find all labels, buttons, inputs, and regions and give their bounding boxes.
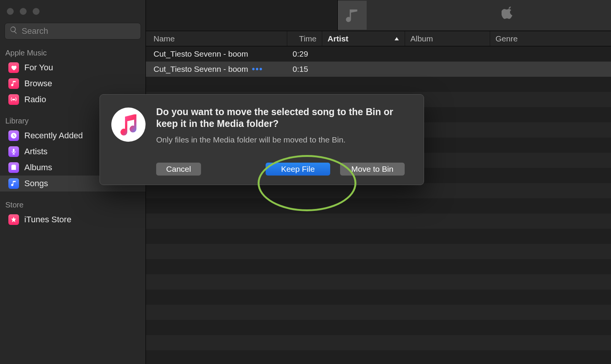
- track-name: Cut_Tiesto Sevenn - boom: [154, 65, 248, 74]
- sidebar-item-label: Browse: [24, 79, 52, 89]
- minimize-window-dot[interactable]: [20, 8, 27, 15]
- column-header-album[interactable]: Album: [405, 31, 490, 46]
- sort-ascending-icon: [394, 34, 399, 43]
- column-header-label: Time: [299, 34, 317, 43]
- delete-song-dialog: Do you want to move the selected song to…: [100, 94, 424, 185]
- search-placeholder: Search: [22, 26, 48, 36]
- music-note-icon: [8, 78, 19, 89]
- clock-icon: [8, 130, 19, 141]
- search-input[interactable]: Search: [5, 23, 141, 40]
- track-time: 0:15: [287, 65, 322, 74]
- sidebar-item-label: Albums: [24, 163, 52, 173]
- cancel-button[interactable]: Cancel: [156, 163, 201, 176]
- column-header-label: Genre: [495, 34, 518, 43]
- sidebar-item-label: Radio: [24, 95, 46, 104]
- dialog-title: Do you want to move the selected song to…: [156, 106, 412, 130]
- sidebar-item-itunes-store[interactable]: iTunes Store: [0, 212, 146, 228]
- sidebar-section-store: Store: [0, 191, 146, 212]
- sidebar-item-label: iTunes Store: [24, 215, 71, 225]
- column-header-time[interactable]: Time: [287, 31, 322, 46]
- search-icon: [9, 26, 18, 36]
- heart-icon: [8, 62, 19, 73]
- track-row[interactable]: Cut_Tiesto Sevenn - boom ••• 0:15: [146, 62, 611, 77]
- move-to-bin-button[interactable]: Move to Bin: [340, 163, 405, 176]
- column-header-artist[interactable]: Artist: [322, 31, 405, 46]
- microphone-icon: [8, 146, 19, 157]
- keep-file-button[interactable]: Keep File: [266, 163, 330, 176]
- track-name: Cut_Tiesto Sevenn - boom: [154, 49, 248, 59]
- column-header-genre[interactable]: Genre: [490, 31, 611, 46]
- more-options-icon[interactable]: •••: [252, 65, 263, 73]
- track-time: 0:29: [287, 49, 322, 59]
- column-header-row: Name Time Artist Album Genre: [146, 31, 611, 46]
- toolbar: [146, 0, 611, 31]
- column-header-label: Artist: [328, 34, 348, 43]
- column-header-name[interactable]: Name: [146, 31, 287, 46]
- apple-logo-icon: [502, 6, 514, 24]
- window-controls: [0, 0, 146, 23]
- music-app-icon: [111, 108, 146, 142]
- track-row[interactable]: Cut_Tiesto Sevenn - boom 0:29: [146, 46, 611, 62]
- column-header-label: Name: [154, 34, 175, 43]
- radio-icon: [8, 94, 19, 105]
- music-note-icon: [8, 178, 19, 189]
- column-header-label: Album: [410, 34, 433, 43]
- albums-icon: [8, 162, 19, 173]
- sidebar-item-label: Recently Added: [24, 131, 83, 141]
- dialog-subtitle: Only files in the Media folder will be m…: [156, 135, 412, 144]
- zoom-window-dot[interactable]: [33, 8, 40, 15]
- album-art-placeholder: [338, 1, 367, 30]
- sidebar-section-apple-music: Apple Music: [0, 40, 146, 60]
- star-icon: [8, 214, 19, 225]
- close-window-dot[interactable]: [7, 8, 14, 15]
- sidebar-item-label: Songs: [24, 179, 48, 188]
- sidebar-item-for-you[interactable]: For You: [0, 60, 146, 76]
- sidebar-item-label: Artists: [24, 147, 47, 157]
- sidebar-item-browse[interactable]: Browse: [0, 76, 146, 92]
- sidebar-item-label: For You: [24, 63, 53, 73]
- now-playing-display: [337, 0, 611, 30]
